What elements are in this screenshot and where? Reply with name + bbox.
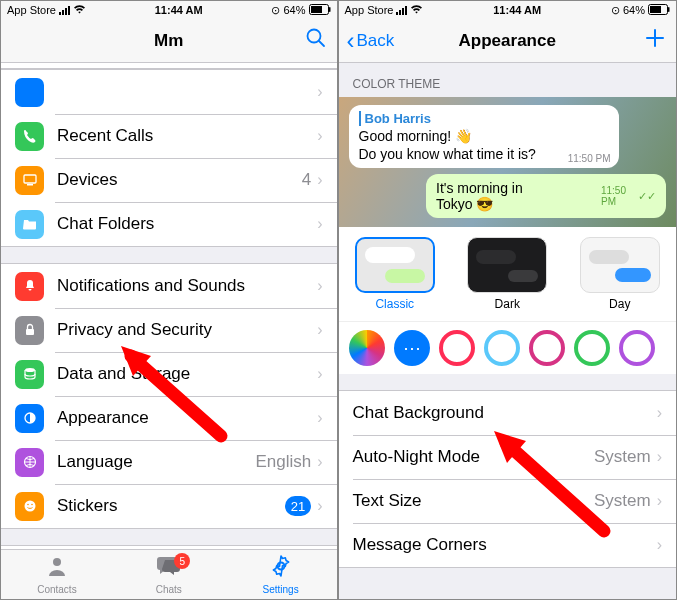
row-label: Stickers: [57, 496, 285, 516]
message-text: It's morning in Tokyo 😎: [436, 180, 557, 212]
row-label: Auto-Night Mode: [353, 447, 594, 467]
svg-rect-6: [27, 184, 33, 186]
row-detail: 4: [302, 170, 311, 190]
database-icon: [15, 360, 44, 389]
row-chat-folders[interactable]: Chat Folders ›: [1, 202, 337, 246]
row-label: Chat Background: [353, 403, 657, 423]
row-data-storage[interactable]: Data and Storage ›: [1, 352, 337, 396]
chevron-right-icon: ›: [317, 365, 322, 383]
chevron-right-icon: ›: [317, 453, 322, 471]
color-pink[interactable]: [439, 330, 475, 366]
theme-classic[interactable]: Classic: [355, 237, 435, 311]
chats-badge: 5: [174, 553, 190, 569]
sticker-icon: [15, 492, 44, 521]
signal-bars-icon: [59, 6, 70, 15]
phone-icon: [15, 122, 44, 151]
nav-bar: Mm: [1, 19, 337, 63]
incoming-bubble: Bob Harris Good morning! 👋 Do you know w…: [349, 105, 619, 168]
row-saved-messages[interactable]: ›: [1, 70, 337, 114]
svg-rect-2: [329, 7, 331, 12]
sender-name: Bob Harris: [359, 111, 609, 126]
chevron-right-icon: ›: [317, 277, 322, 295]
carrier-label: App Store: [7, 4, 56, 16]
tab-bar: Contacts 5 Chats Settings: [1, 549, 337, 599]
row-detail: System: [594, 447, 651, 467]
battery-icon: [648, 4, 670, 17]
outgoing-bubble: It's morning in Tokyo 😎 11:50 PM ✓✓: [426, 174, 666, 218]
row-detail: System: [594, 491, 651, 511]
theme-day[interactable]: Day: [580, 237, 660, 311]
chevron-right-icon: ›: [657, 448, 662, 466]
tab-settings[interactable]: Settings: [225, 550, 337, 599]
carrier-label: App Store: [345, 4, 394, 16]
svg-rect-5: [24, 175, 36, 183]
msg-time: 11:50 PM: [568, 153, 611, 164]
row-privacy[interactable]: Privacy and Security ›: [1, 308, 337, 352]
nav-bar: ‹ Back Appearance: [339, 19, 677, 63]
chevron-right-icon: ›: [317, 127, 322, 145]
chevron-right-icon: ›: [317, 215, 322, 233]
row-label: Appearance: [57, 408, 317, 428]
color-multicolor[interactable]: [349, 330, 385, 366]
row-recent-calls[interactable]: Recent Calls ›: [1, 114, 337, 158]
row-devices[interactable]: Devices 4 ›: [1, 158, 337, 202]
row-stickers[interactable]: Stickers 21 ›: [1, 484, 337, 528]
battery-icon: [309, 4, 331, 17]
row-chat-background[interactable]: Chat Background ›: [339, 391, 677, 435]
alarm-icon: ⊙: [271, 4, 280, 17]
row-language[interactable]: Language English ›: [1, 440, 337, 484]
row-label: Message Corners: [353, 535, 657, 555]
row-appearance[interactable]: Appearance ›: [1, 396, 337, 440]
theme-picker: Classic Dark Day: [339, 227, 677, 321]
color-magenta[interactable]: [529, 330, 565, 366]
chevron-right-icon: ›: [657, 492, 662, 510]
read-checks-icon: ✓✓: [638, 190, 656, 203]
row-ask-question[interactable]: Ask a Question ›: [1, 546, 337, 549]
svg-rect-20: [668, 7, 670, 12]
row-notifications[interactable]: Notifications and Sounds ›: [1, 264, 337, 308]
back-button[interactable]: ‹ Back: [347, 27, 395, 55]
wifi-icon: [73, 4, 86, 16]
chevron-right-icon: ›: [657, 536, 662, 554]
theme-thumb: [580, 237, 660, 293]
tab-chats[interactable]: 5 Chats: [113, 550, 225, 599]
appearance-icon: [15, 404, 44, 433]
svg-point-16: [53, 558, 61, 566]
chevron-right-icon: ›: [317, 321, 322, 339]
svg-rect-19: [650, 6, 661, 13]
tab-contacts[interactable]: Contacts: [1, 550, 113, 599]
row-label: Chat Folders: [57, 214, 317, 234]
chevron-right-icon: ›: [657, 404, 662, 422]
settings-content: › Recent Calls › Devices 4 › Chat Folder…: [1, 63, 337, 549]
phone-left: App Store 11:44 AM ⊙ 64% Mm ›: [1, 1, 339, 599]
svg-point-8: [25, 368, 35, 372]
page-title: Mm: [154, 31, 183, 51]
svg-rect-7: [26, 329, 34, 335]
svg-point-11: [24, 501, 35, 512]
status-bar: App Store 11:44 AM ⊙ 64%: [1, 1, 337, 19]
battery-label: 64%: [283, 4, 305, 16]
appearance-content: COLOR THEME Bob Harris Good morning! 👋 D…: [339, 63, 677, 599]
status-bar: App Store 11:44 AM ⊙ 64%: [339, 1, 677, 19]
row-label: Recent Calls: [57, 126, 317, 146]
page-title: Appearance: [459, 31, 556, 51]
battery-label: 64%: [623, 4, 645, 16]
svg-rect-1: [311, 6, 322, 13]
svg-point-13: [31, 504, 33, 506]
color-green[interactable]: [574, 330, 610, 366]
signal-bars-icon: [396, 6, 407, 15]
chevron-right-icon: ›: [317, 409, 322, 427]
theme-dark[interactable]: Dark: [467, 237, 547, 311]
color-purple[interactable]: [619, 330, 655, 366]
stickers-badge: 21: [285, 496, 311, 516]
search-button[interactable]: [305, 27, 327, 55]
chat-preview: Bob Harris Good morning! 👋 Do you know w…: [339, 97, 677, 227]
color-blue-selected[interactable]: ⋯: [394, 330, 430, 366]
theme-thumb: [467, 237, 547, 293]
color-cyan[interactable]: [484, 330, 520, 366]
row-text-size[interactable]: Text Size System ›: [339, 479, 677, 523]
row-auto-night[interactable]: Auto-Night Mode System ›: [339, 435, 677, 479]
row-label: Privacy and Security: [57, 320, 317, 340]
add-button[interactable]: [644, 27, 666, 55]
row-message-corners[interactable]: Message Corners ›: [339, 523, 677, 567]
